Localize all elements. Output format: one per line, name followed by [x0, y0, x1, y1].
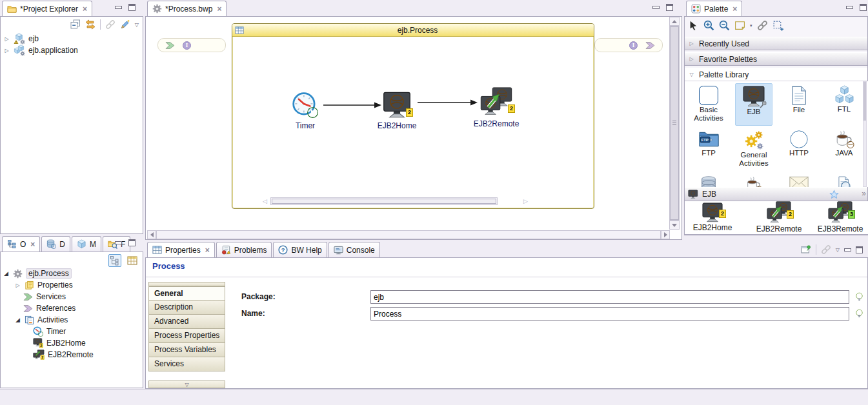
palette-grid-scrollbar[interactable]: [863, 81, 867, 187]
palette-item-ftp[interactable]: FTP: [690, 128, 727, 170]
maximize-editor-icon[interactable]: [666, 4, 673, 11]
palette-item-partial[interactable]: [690, 174, 727, 187]
hint-bulb-icon[interactable]: [854, 291, 864, 302]
subtab-scroll-up-strip[interactable]: [148, 282, 225, 286]
subtab-advanced[interactable]: Advanced: [148, 315, 225, 329]
hint-bulb-icon[interactable]: [854, 308, 864, 319]
editor-scroll-left-button[interactable]: [147, 230, 156, 239]
palette-item-partial[interactable]: [735, 174, 772, 187]
editor-scroll-down-button[interactable]: [669, 221, 680, 230]
zoom-in-icon[interactable]: [703, 20, 714, 31]
node-timer[interactable]: Timer: [286, 91, 325, 130]
maximize-view-icon[interactable]: [856, 246, 863, 253]
outline-item-ejb2home[interactable]: EJB2Home: [33, 337, 86, 349]
select-cursor-icon[interactable]: [688, 20, 699, 31]
outline-item-properties[interactable]: ▷ Properties: [14, 279, 73, 291]
tree-item-ejb[interactable]: ▷ ejb: [3, 33, 39, 44]
outline-item-timer[interactable]: Timer: [33, 326, 66, 337]
outline-item-references[interactable]: References: [23, 302, 76, 314]
editor-vscrollbar[interactable]: [669, 26, 680, 221]
tree-item-ejb-application[interactable]: ▷ ejb.application: [3, 44, 78, 56]
subtab-process-variables[interactable]: Process Variables: [148, 343, 225, 357]
process-canvas[interactable]: ejb.Process Timer 2: [232, 23, 594, 209]
section-palette-library[interactable]: ▽ Palette Library: [685, 68, 867, 81]
close-icon[interactable]: ×: [83, 5, 87, 13]
canvas-scroll-left-icon[interactable]: ◁: [263, 198, 267, 204]
linked-gears-icon[interactable]: [821, 244, 831, 255]
process-end-marker[interactable]: I: [594, 38, 663, 52]
twisty-expanded-icon[interactable]: ◢: [3, 270, 10, 277]
view-menu-icon[interactable]: ▽: [836, 247, 840, 253]
twisty-collapsed-icon[interactable]: ▷: [14, 282, 21, 288]
palette-item-partial[interactable]: [780, 174, 818, 187]
tab-console[interactable]: Console: [328, 242, 380, 257]
minimize-editor-icon[interactable]: [652, 6, 660, 9]
tab-problems[interactable]: Problems: [216, 242, 272, 257]
palette-item-file[interactable]: File: [780, 83, 818, 126]
table-layout-button[interactable]: [126, 254, 139, 267]
twisty-expanded-icon[interactable]: ◢: [14, 317, 21, 323]
subtab-description[interactable]: Description: [148, 301, 225, 315]
collapse-all-icon[interactable]: [70, 19, 81, 30]
close-icon[interactable]: ×: [30, 241, 35, 248]
maximize-view-icon[interactable]: [860, 4, 867, 11]
twisty-collapsed-icon[interactable]: ▷: [3, 36, 10, 42]
palette-item-basic-activities[interactable]: Basic Activities: [690, 83, 727, 126]
drawer-item-ejb2remote[interactable]: 2 EJB2Remote: [751, 201, 807, 233]
editor-hscrollbar[interactable]: [156, 230, 661, 239]
subtab-services[interactable]: Services: [148, 357, 225, 371]
note-icon[interactable]: [734, 20, 745, 31]
tab-properties[interactable]: Properties ×: [147, 242, 215, 257]
drawer-item-ejb3remote[interactable]: 3 EJB3Remote: [812, 201, 868, 233]
close-icon[interactable]: ×: [205, 246, 210, 254]
maximize-view-icon[interactable]: [128, 4, 136, 11]
favorite-star-icon[interactable]: [829, 190, 839, 199]
palette-item-partial[interactable]: [825, 174, 863, 187]
close-icon[interactable]: ×: [217, 5, 221, 13]
process-canvas-body[interactable]: Timer 2 EJB2Home 2 EJB2Remote ◁: [233, 37, 593, 208]
minimize-view-icon[interactable]: [115, 241, 122, 244]
close-icon[interactable]: ×: [732, 5, 737, 13]
palette-item-ftl[interactable]: FTL: [825, 83, 863, 126]
outline-item-activities[interactable]: ◢ Activities: [14, 314, 68, 326]
process-start-marker[interactable]: I: [157, 38, 226, 52]
subtab-scroll-down-button[interactable]: ▽: [148, 380, 225, 388]
zoom-out-icon[interactable]: [719, 20, 730, 31]
customize-view-icon[interactable]: [120, 19, 130, 30]
tab-module[interactable]: M: [72, 236, 101, 252]
canvas-hscrollbar[interactable]: [270, 197, 498, 205]
twisty-collapsed-icon[interactable]: ▷: [3, 48, 10, 54]
process-canvas-titlebar[interactable]: ejb.Process: [232, 24, 594, 37]
outline-item-ejb2remote[interactable]: EJB2Remote: [33, 349, 94, 361]
section-recently-used[interactable]: ▷ Recently Used: [685, 37, 867, 50]
input-marker-icon[interactable]: I: [629, 41, 638, 50]
input-marker-icon[interactable]: I: [183, 41, 191, 50]
outline-root-ejb-process[interactable]: ◢ ejb.Process: [3, 268, 72, 279]
drawer-pin-icon[interactable]: »: [862, 189, 866, 198]
editor-scroll-right-button[interactable]: [661, 230, 670, 239]
marquee-select-icon[interactable]: [772, 20, 783, 31]
tab-outline[interactable]: O ×: [2, 236, 40, 252]
ejb-drawer-header[interactable]: EJB »: [685, 187, 867, 201]
tab-data-source[interactable]: D: [41, 236, 70, 252]
node-ejb2remote[interactable]: 2 EJB2Remote: [467, 87, 526, 128]
canvas-scroll-right-icon[interactable]: ▷: [523, 198, 528, 204]
tab-process-bwp[interactable]: *Process.bwp ×: [147, 1, 227, 16]
palette-item-http[interactable]: HTTP: [780, 128, 818, 170]
outline-item-services[interactable]: Services: [23, 291, 66, 302]
palette-item-ejb[interactable]: EJB: [735, 83, 772, 126]
package-input[interactable]: [370, 290, 849, 304]
name-input[interactable]: [370, 307, 849, 321]
palette-item-general-activities[interactable]: General Activities: [735, 128, 772, 170]
subtab-process-properties[interactable]: Process Properties: [148, 329, 225, 343]
note-dropdown-icon[interactable]: ▾: [750, 23, 752, 28]
palette-item-java[interactable]: JAVA: [825, 128, 863, 170]
subtab-general[interactable]: General: [148, 286, 225, 301]
minimize-view-icon[interactable]: [846, 6, 853, 9]
minimize-view-icon[interactable]: [115, 6, 122, 9]
editor-scroll-up-button[interactable]: [669, 17, 680, 26]
tab-bw-help[interactable]: BW Help: [273, 242, 327, 257]
node-ejb2home[interactable]: 2 EJB2Home: [368, 92, 425, 130]
link-icon[interactable]: [757, 20, 768, 31]
tab-project-explorer[interactable]: *Project Explorer ×: [2, 1, 92, 16]
